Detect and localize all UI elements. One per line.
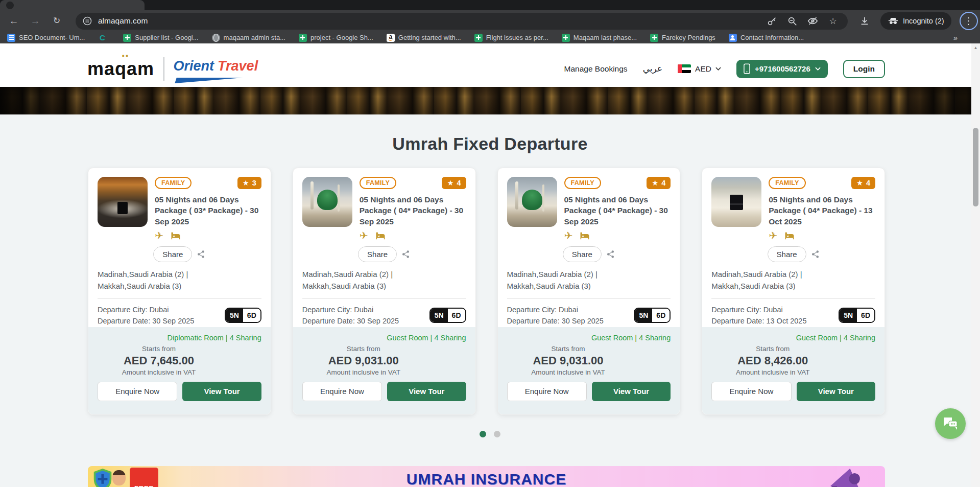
bookmark-label: Contact Information... bbox=[740, 34, 804, 41]
view-tour-button[interactable]: View Tour bbox=[797, 382, 875, 401]
package-locations: Madinah,Saudi Arabia (2) | Makkah,Saudi … bbox=[98, 268, 261, 292]
star-rating-badge: ★4 bbox=[647, 177, 671, 189]
bookmark-item[interactable]: SEO Document- Um... bbox=[7, 34, 85, 42]
card-footer: Guest Room | 4 Sharing Starts from AED 8… bbox=[702, 327, 885, 414]
package-title[interactable]: 05 Nights and 06 Days Package ( 04* Pack… bbox=[360, 194, 466, 227]
share-button[interactable]: Share bbox=[768, 246, 806, 262]
umrah-insurance-banner[interactable]: FREE UMRAH INSURANCE bbox=[88, 466, 885, 487]
manage-bookings-link[interactable]: Manage Bookings bbox=[564, 64, 628, 74]
incognito-label: Incognito (2) bbox=[903, 17, 944, 25]
bookmark-item[interactable]: project - Google Sh... bbox=[299, 34, 373, 42]
incognito-badge[interactable]: Incognito (2) bbox=[880, 12, 951, 30]
room-type: Diplomatic Room | 4 Sharing bbox=[98, 334, 261, 342]
preview-hidden-eye-icon[interactable] bbox=[805, 14, 820, 28]
departure-date: Departure Date: 30 Sep 2025 bbox=[302, 315, 399, 327]
phone-number: +971600562726 bbox=[755, 64, 810, 73]
price-block: Starts from AED 8,426.00 Amount inclusiv… bbox=[711, 345, 834, 376]
package-image bbox=[711, 177, 761, 227]
enquire-now-button[interactable]: Enquire Now bbox=[98, 382, 177, 401]
share-button[interactable]: Share bbox=[153, 246, 192, 262]
c-logo-icon bbox=[98, 34, 106, 42]
view-tour-button[interactable]: View Tour bbox=[387, 382, 466, 401]
bookmark-item[interactable]: Getting started with... bbox=[387, 34, 461, 42]
carousel-dot[interactable] bbox=[494, 431, 500, 437]
view-tour-button[interactable]: View Tour bbox=[182, 382, 261, 401]
back-button[interactable]: ← bbox=[6, 13, 21, 29]
nights-label: 5N bbox=[635, 309, 652, 322]
login-button[interactable]: Login bbox=[843, 60, 885, 78]
package-title[interactable]: 05 Nights and 06 Days Package ( 03* Pack… bbox=[155, 194, 261, 227]
nights-label: 5N bbox=[840, 309, 857, 322]
browser-menu-icon[interactable]: ⋮ bbox=[960, 12, 978, 30]
insurance-shield-icon bbox=[93, 469, 112, 487]
location-line: Madinah,Saudi Arabia (2) | bbox=[711, 270, 802, 279]
package-title[interactable]: 05 Nights and 06 Days Package ( 04* Pack… bbox=[769, 194, 875, 227]
page-scrollbar[interactable]: ▲ bbox=[971, 43, 980, 487]
share-nodes-icon[interactable] bbox=[197, 250, 205, 259]
site-header: maqam OrientTravel Manage Bookings عربي … bbox=[0, 43, 980, 87]
zoom-out-icon[interactable] bbox=[784, 14, 800, 28]
bookmark-star-icon[interactable]: ☆ bbox=[825, 14, 841, 28]
package-title[interactable]: 05 Nights and 06 Days Package ( 04* Pack… bbox=[564, 194, 671, 227]
package-card: FAMILY ★3 05 Nights and 06 Days Package … bbox=[88, 168, 271, 415]
bookmarks-overflow-chevron-icon[interactable]: » bbox=[953, 33, 958, 42]
share-button[interactable]: Share bbox=[563, 246, 602, 262]
starts-from-label: Starts from bbox=[302, 345, 425, 353]
nights-days-badge: 5N6D bbox=[634, 308, 671, 323]
bookmark-item[interactable]: Contact Information... bbox=[729, 34, 804, 42]
sheets-icon bbox=[650, 34, 658, 42]
price-block: Starts from AED 9,031.00 Amount inclusiv… bbox=[507, 345, 630, 376]
carousel-dot-active[interactable] bbox=[480, 431, 486, 437]
phone-number-button[interactable]: +971600562726 bbox=[736, 60, 828, 78]
room-type: Guest Room | 4 Sharing bbox=[507, 334, 671, 342]
address-bar[interactable]: almaqam.com ☆ bbox=[76, 13, 848, 30]
enquire-now-button[interactable]: Enquire Now bbox=[711, 382, 791, 401]
reload-button[interactable]: ↻ bbox=[49, 13, 64, 29]
days-label: 6D bbox=[243, 309, 260, 322]
browser-tab[interactable] bbox=[0, 0, 145, 10]
scrollbar-up-arrow-icon[interactable]: ▲ bbox=[971, 43, 980, 52]
package-locations: Madinah,Saudi Arabia (2) | Makkah,Saudi … bbox=[302, 268, 466, 292]
site-settings-icon[interactable] bbox=[83, 16, 92, 26]
family-badge: FAMILY bbox=[155, 177, 192, 189]
downloads-icon[interactable] bbox=[856, 12, 873, 30]
bookmark-item[interactable]: maqaam admin sta... bbox=[212, 34, 285, 42]
forward-button[interactable]: → bbox=[28, 13, 43, 29]
price-block: Starts from AED 9,031.00 Amount inclusiv… bbox=[302, 345, 425, 376]
share-button[interactable]: Share bbox=[358, 246, 397, 262]
flight-icon: ✈ bbox=[360, 230, 368, 241]
bookmark-item[interactable]: Flight issues as per... bbox=[474, 34, 548, 42]
scrollbar-thumb[interactable] bbox=[973, 128, 978, 206]
flight-icon: ✈ bbox=[155, 230, 163, 241]
bookmark-item[interactable]: Supplier list - Googl... bbox=[123, 34, 198, 42]
incognito-icon bbox=[888, 18, 899, 25]
star-icon: ★ bbox=[652, 179, 658, 187]
insurance-person-image bbox=[112, 470, 126, 485]
bookmark-label: Maqaam last phase... bbox=[573, 34, 637, 41]
enquire-now-button[interactable]: Enquire Now bbox=[507, 382, 587, 401]
arabic-language-link[interactable]: عربي bbox=[643, 63, 662, 74]
share-nodes-icon[interactable] bbox=[811, 250, 820, 259]
hotel-bed-icon bbox=[170, 231, 181, 240]
bookmark-item[interactable]: Farekey Pendings bbox=[650, 34, 715, 42]
vat-note: Amount inclusive in VAT bbox=[507, 368, 630, 376]
location-line: Makkah,Saudi Arabia (3) bbox=[98, 282, 181, 290]
share-nodes-icon[interactable] bbox=[606, 250, 615, 259]
bookmark-item[interactable]: Maqaam last phase... bbox=[562, 34, 637, 42]
header-nav: Manage Bookings عربي AED +971600562726 L… bbox=[564, 60, 885, 78]
enquire-now-button[interactable]: Enquire Now bbox=[302, 382, 382, 401]
price: AED 8,426.00 bbox=[711, 354, 834, 367]
url-text[interactable]: almaqam.com bbox=[98, 16, 759, 26]
bookmark-label: Supplier list - Googl... bbox=[135, 34, 198, 41]
logo-swoosh bbox=[175, 78, 243, 83]
bookmark-item[interactable] bbox=[98, 34, 110, 42]
site-logo[interactable]: maqam OrientTravel bbox=[87, 57, 258, 81]
share-nodes-icon[interactable] bbox=[401, 250, 410, 259]
view-tour-button[interactable]: View Tour bbox=[592, 382, 671, 401]
amazon-icon bbox=[387, 34, 395, 42]
starts-from-label: Starts from bbox=[507, 345, 630, 353]
password-key-icon[interactable] bbox=[764, 14, 779, 28]
currency-selector[interactable]: AED bbox=[678, 64, 721, 74]
chat-widget-button[interactable] bbox=[935, 408, 966, 439]
days-label: 6D bbox=[652, 309, 670, 322]
